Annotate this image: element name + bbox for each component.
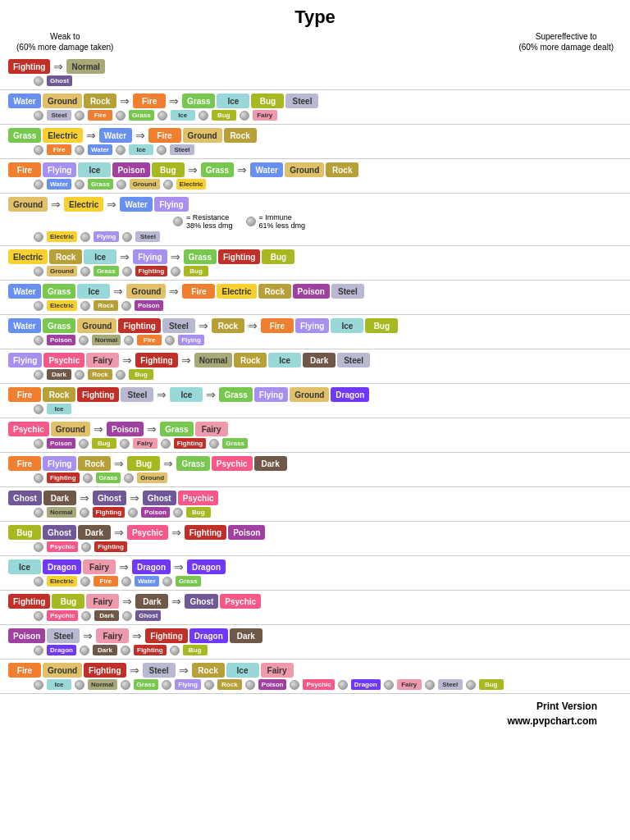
resistance-ball [116,145,126,155]
arrow-icon: ⇒ [171,595,181,608]
type-badge-poison: Poison [228,525,265,540]
type-badge-fighting: Fighting [185,525,226,540]
type-badge-bug: Bug [251,94,284,108]
resistance-ball [79,336,89,345]
type-badge-psychic: Psychic [43,353,84,368]
type-badge-poison: Poison [258,679,287,690]
legend: = Resistance 38% less dmg= Immune 61% le… [172,213,622,230]
type-badge-electric: Electric [47,231,77,242]
type-badge-bug: Bug [365,318,398,333]
type-badge-ground: Ground [8,197,48,212]
resistance-ball [157,145,167,155]
type-badge-fighting: Fighting [94,541,127,552]
type-badge-bug: Bug [184,266,208,276]
resistance-ball [34,542,43,552]
type-badge-bug: Bug [212,110,236,121]
type-badge-fairy: Fairy [261,663,294,678]
type-badge-rock: Rock [224,128,257,143]
type-badge-dark: Dark [78,525,111,540]
resistance-ball [116,180,126,189]
type-badge-rock: Rock [258,284,291,299]
sub-resist-row: GroundGrassFightingBug [33,266,622,276]
type-badge-ice: Ice [47,404,71,414]
type-badge-fighting: Fighting [174,438,207,449]
resistance-ball [338,680,348,690]
type-section-ghost: GhostDark⇒Ghost⇒GhostPsychicNormalFighti… [0,489,630,522]
type-section-bug: FireFlyingRock⇒Bug⇒GrassPsychicDarkFight… [0,454,630,487]
type-badge-fairy: Fairy [253,110,277,121]
type-badge-bug: Bug [262,249,294,264]
type-badge-bug: Bug [127,456,160,471]
arrow-icon: ⇒ [113,285,123,298]
resistance-ball [34,473,43,483]
resistance-ball [75,680,84,690]
type-section-psychic: BugGhostDark⇒Psychic⇒FightingPoisonPsych… [0,523,630,556]
type-badge-flying: Flying [254,387,288,402]
type-badge-grass: Grass [201,162,234,177]
sub-resist-row: DragonDarkFightingBug [33,645,622,655]
type-section-poison: PsychicGround⇒Poison⇒GrassFairyPoisonBug… [0,420,630,453]
type-badge-ground: Ground [47,266,77,276]
type-badge-fighting: Fighting [77,387,119,402]
resistance-ball [121,646,130,655]
type-badge-fire: Fire [133,94,166,108]
main-row: WaterGrassGroundFightingSteel⇒Rock⇒FireF… [8,318,622,333]
type-badge-steel: Steel [331,284,364,299]
type-badge-grass: Grass [129,110,154,121]
type-badge-bug: Bug [152,162,185,177]
arrow-icon: ⇒ [114,457,124,470]
resistance-ball [161,439,171,449]
main-row: GhostDark⇒Ghost⇒GhostPsychic [8,491,622,505]
type-badge-fire: Fire [88,110,112,121]
type-badge-fire: Fire [261,318,294,333]
main-row: PoisonSteel⇒Fairy⇒FightingDragonDark [8,628,622,643]
type-badge-flying: Flying [8,353,42,368]
resistance-ball [80,267,90,276]
type-badge-fairy: Fairy [397,679,422,690]
resistance-ball [34,611,43,621]
resistance-ball [34,680,43,690]
type-badge-fire: Fire [148,128,181,143]
type-badge-normal: Normal [194,353,232,368]
type-badge-rock: Rock [212,318,244,333]
type-badge-ghost: Ghost [135,610,161,621]
print-note: Print Versionwww.pvpchart.com [507,699,614,728]
main-row: Fighting⇒Normal [8,59,622,74]
type-section-dark: FightingBugFairy⇒Dark⇒GhostPsychicPsychi… [0,592,630,625]
type-badge-fire: Fire [94,576,118,587]
type-badge-water: Water [250,162,283,177]
resistance-ball [122,267,132,276]
type-badge-poison: Poison [47,335,75,345]
arrow-icon: ⇒ [206,388,216,401]
type-badge-grass: Grass [43,284,75,299]
type-badge-grass: Grass [176,456,209,471]
type-section-grass: FireFlyingIcePoisonBug⇒Grass⇒WaterGround… [0,161,630,194]
type-badge-rock: Rock [192,663,225,678]
type-badge-dark: Dark [254,456,287,471]
type-section-fire: WaterGroundRock⇒Fire⇒GrassIceBugSteelSte… [0,92,630,125]
type-badge-bug: Bug [479,679,504,690]
type-badge-water: Water [47,179,71,189]
resistance-ball [246,217,256,226]
arrow-icon: ⇒ [122,354,132,367]
type-badge-rock: Rock [78,456,111,471]
resistance-ball [165,336,175,345]
type-badge-fairy: Fairy [195,422,228,436]
main-row: GrassElectric⇒Water⇒FireGroundRock [8,128,622,143]
resistance-ball [173,508,183,518]
resistance-ball [75,145,84,155]
type-badge-steel: Steel [285,94,318,108]
type-badge-ghost: Ghost [8,491,42,505]
arrow-icon: ⇒ [53,60,63,73]
type-badge-poison: Poison [293,284,330,299]
type-badge-psychic: Psychic [303,679,334,690]
type-section-ice: FireRockFightingSteel⇒Ice⇒GrassFlyingGro… [0,386,630,418]
type-badge-ice: Ice [331,318,363,333]
type-badge-fighting: Fighting [218,249,260,264]
type-badge-grass: Grass [96,472,121,483]
type-badge-flying: Flying [133,249,167,264]
resistance-ball [240,111,249,121]
type-badge-fire: Fire [182,284,215,299]
resistance-ball [80,577,90,587]
resistance-ball [199,111,208,121]
